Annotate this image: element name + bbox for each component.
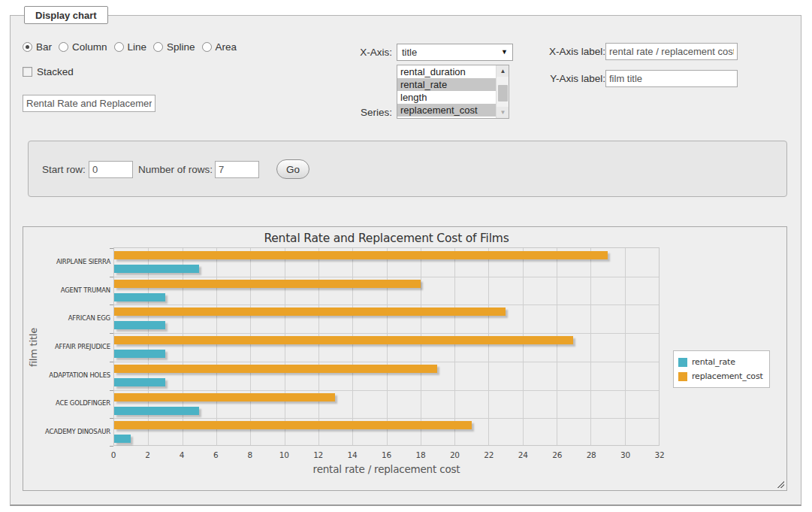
gridline [590, 248, 591, 445]
bar-rental_rate [114, 435, 131, 443]
x-tick-label: 28 [587, 450, 596, 459]
gridline [183, 248, 183, 445]
category-label: ADAPTATION HOLES [26, 371, 110, 379]
y-tick-mark [110, 446, 113, 447]
category-label: AIRPLANE SIERRA [26, 258, 110, 265]
scroll-up-icon[interactable]: ▲ [497, 65, 509, 77]
bar-rental_rate [114, 378, 165, 386]
display-chart-panel: Display chart BarColumnLineSplineArea St… [10, 15, 801, 506]
legend-item-replacement_cost: replacement_cost [678, 369, 763, 383]
bar-replacement_cost [114, 308, 506, 316]
stacked-checkbox[interactable] [23, 67, 32, 77]
series-option-length[interactable]: length [397, 91, 496, 104]
bar-replacement_cost [114, 421, 472, 429]
radio-option-label: Spline [167, 41, 195, 53]
x-tick-label: 32 [655, 450, 665, 459]
series-listbox-options: rental_durationrental_ratelengthreplacem… [397, 65, 496, 117]
bar-replacement_cost [114, 251, 608, 259]
legend-swatch [678, 358, 687, 367]
series-option-rental_duration[interactable]: rental_duration [397, 65, 496, 78]
y-tick-mark [110, 418, 113, 419]
bar-rental_rate [114, 321, 165, 329]
x-tick-label: 2 [145, 450, 149, 459]
radio-option-label: Line [128, 41, 147, 53]
category-label: AGENT TRUMAN [26, 286, 110, 294]
x-tick-label: 4 [180, 450, 184, 459]
gridline [387, 248, 388, 445]
series-option-replacement_cost[interactable]: replacement_cost [397, 104, 496, 117]
chart-container: Rental Rate and Replacement Cost of Film… [23, 226, 787, 491]
y-tick-mark [110, 333, 113, 334]
gridline [216, 248, 217, 445]
x-axis-label-input[interactable] [605, 43, 738, 60]
scrollbar-thumb[interactable] [498, 85, 508, 101]
radio-icon[interactable] [202, 42, 212, 52]
y-axis-label-input[interactable] [605, 70, 738, 87]
chart-type-option-area[interactable]: Area [202, 41, 237, 53]
gridline [114, 362, 659, 362]
gridline [488, 248, 489, 445]
y-tick-mark [110, 304, 113, 305]
y-axis-label-label: Y-Axis label: [535, 70, 605, 87]
x-tick-label: 16 [382, 450, 391, 459]
chart-title: Rental Rate and Replacement Cost of Film… [113, 232, 660, 245]
chart-legend: rental_ratereplacement_cost [673, 350, 770, 388]
number-of-rows-label: Number of rows: [138, 161, 213, 178]
radio-icon[interactable] [59, 42, 68, 52]
x-tick-label: 26 [552, 450, 562, 459]
chart-type-option-spline[interactable]: Spline [153, 41, 195, 53]
series-listbox[interactable]: rental_durationrental_ratelengthreplacem… [397, 65, 509, 119]
x-tick-label: 8 [248, 450, 252, 459]
x-axis-select[interactable]: title ▼ [397, 44, 513, 61]
go-button[interactable]: Go [276, 159, 309, 179]
gridline [148, 248, 149, 445]
chart-type-option-bar[interactable]: Bar [23, 41, 52, 53]
gridline [318, 248, 319, 445]
gridline [285, 248, 285, 445]
bar-replacement_cost [114, 365, 437, 373]
series-option-rental_rate[interactable]: rental_rate [397, 78, 496, 91]
x-tick-label: 14 [348, 450, 358, 459]
gridline [114, 333, 659, 334]
radio-option-label: Column [72, 41, 107, 53]
gridline [250, 248, 251, 445]
x-tick-label: 22 [484, 450, 494, 459]
category-label: AFFAIR PREJUDICE [26, 343, 110, 350]
gridline [114, 277, 659, 277]
chevron-down-icon: ▼ [501, 44, 508, 60]
legend-swatch [678, 372, 687, 381]
chart-type-group: BarColumnLineSplineArea [23, 41, 243, 53]
x-axis-ticks: 02468101214161820222426283032 [113, 450, 660, 461]
resize-grip-icon[interactable] [776, 480, 784, 488]
bar-rental_rate [114, 293, 165, 301]
series-scrollbar[interactable]: ▲ ▼ [496, 65, 509, 118]
category-label: AFRICAN EGG [26, 314, 110, 322]
chart-title-input[interactable] [23, 95, 155, 112]
radio-option-label: Bar [36, 41, 52, 53]
category-label: ACADEMY DINOSAUR [26, 428, 110, 435]
gridline [352, 248, 353, 445]
y-axis-category-labels: AIRPLANE SIERRAAGENT TRUMANAFRICAN EGGAF… [26, 247, 110, 446]
radio-icon[interactable] [23, 42, 32, 52]
start-row-input[interactable] [89, 161, 133, 178]
x-axis-select-value: title [402, 47, 417, 58]
number-of-rows-input[interactable] [215, 161, 259, 178]
bar-replacement_cost [114, 336, 573, 344]
gridline [114, 304, 659, 305]
radio-icon[interactable] [114, 42, 124, 52]
bar-rental_rate [114, 265, 199, 273]
x-axis-label-label: X-Axis label: [535, 43, 605, 60]
x-tick-label: 30 [620, 450, 630, 459]
scroll-down-icon[interactable]: ▼ [497, 107, 509, 118]
gridline [557, 248, 557, 445]
x-tick-label: 18 [415, 450, 425, 459]
series-select-label: Series: [326, 107, 392, 119]
bar-replacement_cost [114, 280, 421, 288]
stacked-checkbox-row[interactable]: Stacked [23, 65, 74, 77]
plot-area [113, 247, 660, 446]
y-tick-mark [110, 390, 113, 391]
chart-type-option-column[interactable]: Column [59, 41, 107, 53]
gridline [114, 418, 659, 419]
chart-type-option-line[interactable]: Line [114, 41, 147, 53]
radio-icon[interactable] [153, 42, 163, 52]
